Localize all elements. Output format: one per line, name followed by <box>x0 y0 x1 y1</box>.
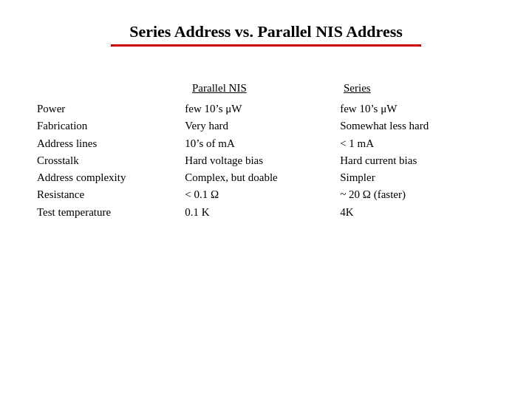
title-underline <box>111 44 421 47</box>
cell-parallel-6: 0.1 K <box>185 204 340 221</box>
cell-parallel-0: few 10’s μW <box>185 100 340 117</box>
cell-parallel-4: Complex, but doable <box>185 169 340 186</box>
cell-parallel-2: 10’s of mA <box>185 135 340 152</box>
row-label-2: Address lines <box>37 135 185 152</box>
cell-series-2: < 1 mA <box>340 135 495 152</box>
table-body: PowerFabricationAddress linesCrosstalkAd… <box>37 100 495 221</box>
col-series: few 10’s μWSomewhat less hard< 1 mAHard … <box>340 100 495 221</box>
row-label-6: Test temperature <box>37 204 185 221</box>
row-labels: PowerFabricationAddress linesCrosstalkAd… <box>37 100 185 221</box>
table-header-row: Parallel NIS Series <box>192 82 495 95</box>
cell-series-5: ~ 20 Ω (faster) <box>340 186 495 203</box>
title-section: Series Address vs. Parallel NIS Address <box>37 22 495 47</box>
row-label-1: Fabrication <box>37 117 185 134</box>
cell-series-0: few 10’s μW <box>340 100 495 117</box>
col-parallel: few 10’s μWVery hard10’s of mAHard volta… <box>185 100 340 221</box>
cell-parallel-5: < 0.1 Ω <box>185 186 340 203</box>
content: Parallel NIS Series PowerFabricationAddr… <box>37 82 495 221</box>
cell-series-6: 4K <box>340 204 495 221</box>
row-label-4: Address complexity <box>37 169 185 186</box>
row-label-3: Crosstalk <box>37 152 185 169</box>
page-title: Series Address vs. Parallel NIS Address <box>129 22 403 41</box>
row-label-5: Resistance <box>37 186 185 203</box>
col-series-header: Series <box>344 82 495 95</box>
cell-series-1: Somewhat less hard <box>340 117 495 134</box>
page: Series Address vs. Parallel NIS Address … <box>0 0 532 399</box>
cell-parallel-1: Very hard <box>185 117 340 134</box>
cell-series-3: Hard current bias <box>340 152 495 169</box>
row-label-0: Power <box>37 100 185 117</box>
col-parallel-header: Parallel NIS <box>192 82 344 95</box>
cell-series-4: Simpler <box>340 169 495 186</box>
cell-parallel-3: Hard voltage bias <box>185 152 340 169</box>
